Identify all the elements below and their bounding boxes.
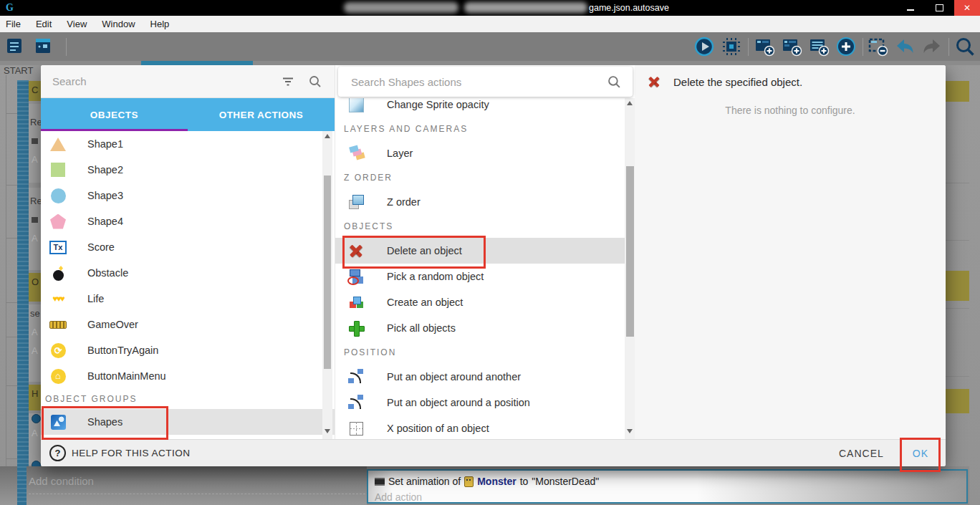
action-row-pick-all-objects[interactable]: Pick all objects xyxy=(335,315,635,341)
remove-event-icon[interactable] xyxy=(867,36,888,57)
bg-text-fragment: A xyxy=(32,233,38,244)
add-condition-link[interactable]: Add condition xyxy=(29,475,94,487)
bomb-icon xyxy=(49,264,67,282)
scroll-up-icon[interactable] xyxy=(627,101,633,105)
circle-icon xyxy=(49,186,67,205)
event-action-value: "MonsterDead" xyxy=(532,476,599,487)
search-icon[interactable] xyxy=(309,75,322,88)
ok-button[interactable]: OK xyxy=(913,448,928,459)
action-list-scrollbar[interactable] xyxy=(625,98,635,439)
action-section-header: LAYERS AND CAMERAS xyxy=(335,117,635,140)
menu-window[interactable]: Window xyxy=(102,19,135,29)
action-search-input[interactable] xyxy=(350,75,599,89)
add-action-link[interactable]: Add action xyxy=(375,491,422,503)
object-row-shape3[interactable]: Shape3 xyxy=(41,183,335,208)
group-row-shapes[interactable]: Shapes xyxy=(41,409,335,435)
help-for-this-action[interactable]: HELP FOR THIS ACTION xyxy=(49,445,191,461)
debug-icon[interactable] xyxy=(721,36,742,57)
instruction-editor-dialog: OBJECTS OTHER ACTIONS Shape1Shape2Shape3… xyxy=(41,65,946,466)
maximize-button[interactable] xyxy=(926,0,953,16)
action-section-header: POSITION xyxy=(335,341,635,364)
minimize-button[interactable] xyxy=(897,0,924,16)
object-search-input[interactable] xyxy=(51,74,267,88)
scroll-down-icon[interactable] xyxy=(627,429,633,433)
object-row-life[interactable]: Life xyxy=(41,286,335,312)
action-row-put-an-object-around-another-label: Put an object around another xyxy=(387,371,521,383)
add-comment-icon[interactable] xyxy=(808,36,830,57)
object-row-shape1[interactable]: Shape1 xyxy=(41,131,335,157)
title-bar: G game.json.autosave xyxy=(0,0,980,16)
event-object-name: Monster xyxy=(477,476,516,487)
play-icon[interactable] xyxy=(693,36,715,57)
help-label: HELP FOR THIS ACTION xyxy=(72,448,191,458)
close-button[interactable] xyxy=(954,0,980,16)
action-row-put-an-object-around-another[interactable]: Put an object around another xyxy=(335,364,635,390)
selected-event-block[interactable]: Set animation of Monster to "MonsterDead… xyxy=(367,469,968,504)
object-row-shape1-label: Shape1 xyxy=(87,138,123,150)
object-row-gameover[interactable]: GameOver xyxy=(41,312,335,337)
object-row-buttontryagain-label: ButtonTryAgain xyxy=(87,345,158,356)
scene-editor-icon[interactable] xyxy=(33,36,54,57)
action-row-create-an-object[interactable]: Create an object xyxy=(335,289,635,315)
add-circle-icon[interactable] xyxy=(835,36,857,57)
action-row-put-an-object-around-a-position[interactable]: Put an object around a position xyxy=(335,390,635,415)
action-list: Change Sprite opacityLAYERS AND CAMERASL… xyxy=(335,98,635,439)
object-list-scrollbar[interactable] xyxy=(322,131,332,439)
object-tabs: OBJECTS OTHER ACTIONS xyxy=(41,98,335,131)
action-row-change-sprite-opacity[interactable]: Change Sprite opacity xyxy=(335,98,635,117)
toolbar-separator xyxy=(863,38,863,56)
scroll-up-icon[interactable] xyxy=(325,134,330,138)
pick-all-icon xyxy=(347,319,365,337)
action-row-pick-a-random-object[interactable]: Pick a random object xyxy=(335,264,635,289)
object-row-shape2[interactable]: Shape2 xyxy=(41,157,335,183)
event-action-line[interactable]: Set animation of Monster to "MonsterDead… xyxy=(375,476,599,487)
cut-action-row: Change Sprite opacity xyxy=(335,98,635,117)
animation-icon xyxy=(375,478,385,486)
search-toolbar-icon[interactable] xyxy=(954,36,976,57)
object-row-buttontryagain[interactable]: ButtonTryAgain xyxy=(41,337,335,363)
scrollbar-thumb[interactable] xyxy=(324,175,331,369)
triangle-icon xyxy=(49,135,67,153)
object-row-score[interactable]: Score xyxy=(41,234,335,260)
tab-other-actions[interactable]: OTHER ACTIONS xyxy=(188,98,335,131)
action-row-delete-an-object-label: Delete an object xyxy=(387,245,462,256)
gdevelop-logo-icon: G xyxy=(6,1,14,14)
event-icon-fragment xyxy=(32,217,38,223)
action-row-create-an-object-label: Create an object xyxy=(387,297,463,308)
object-row-buttonmainmenu-label: ButtonMainMenu xyxy=(87,370,166,382)
action-selector-panel: Change Sprite opacityLAYERS AND CAMERASL… xyxy=(335,65,635,439)
action-row-layer[interactable]: Layer xyxy=(335,140,635,166)
project-manager-icon[interactable] xyxy=(4,36,26,57)
object-row-shape4[interactable]: Shape4 xyxy=(41,208,335,234)
action-row-delete-an-object[interactable]: Delete an object xyxy=(335,238,635,264)
blurred-title-segment xyxy=(344,2,458,13)
undo-icon[interactable] xyxy=(894,36,916,57)
cancel-button[interactable]: CANCEL xyxy=(839,448,884,459)
add-event-icon[interactable] xyxy=(754,36,775,57)
action-row-x-position-of-an-object[interactable]: X position of an object xyxy=(335,415,635,439)
search-icon[interactable] xyxy=(607,75,621,89)
redo-icon[interactable] xyxy=(921,36,943,57)
object-row-buttonmainmenu[interactable]: ButtonMainMenu xyxy=(41,363,335,389)
menu-file[interactable]: File xyxy=(6,19,21,29)
add-subevent-icon[interactable] xyxy=(781,36,802,57)
object-row-obstacle[interactable]: Obstacle xyxy=(41,260,335,286)
editor-tab-strip xyxy=(0,61,980,65)
scroll-down-icon[interactable] xyxy=(325,429,330,433)
action-row-z-order[interactable]: Z order xyxy=(335,189,635,215)
filter-icon[interactable] xyxy=(282,77,294,87)
menu-help[interactable]: Help xyxy=(150,19,170,29)
menu-view[interactable]: View xyxy=(67,19,87,29)
blurred-title-segment xyxy=(464,2,587,13)
tab-objects[interactable]: OBJECTS xyxy=(41,98,188,131)
object-list: Shape1Shape2Shape3Shape4ScoreObstacleLif… xyxy=(41,131,335,439)
events-tick xyxy=(6,238,17,239)
scene-tab-start[interactable]: START xyxy=(4,65,33,76)
menu-edit[interactable]: Edit xyxy=(36,19,52,29)
window-title: game.json.autosave xyxy=(589,3,669,13)
action-config-header: Delete the specified object. xyxy=(645,72,802,91)
action-row-x-position-of-an-object-label: X position of an object xyxy=(387,423,489,434)
scrollbar-thumb[interactable] xyxy=(626,166,634,337)
action-section-header: OBJECTS xyxy=(335,215,635,238)
object-row-gameover-label: GameOver xyxy=(87,319,138,330)
